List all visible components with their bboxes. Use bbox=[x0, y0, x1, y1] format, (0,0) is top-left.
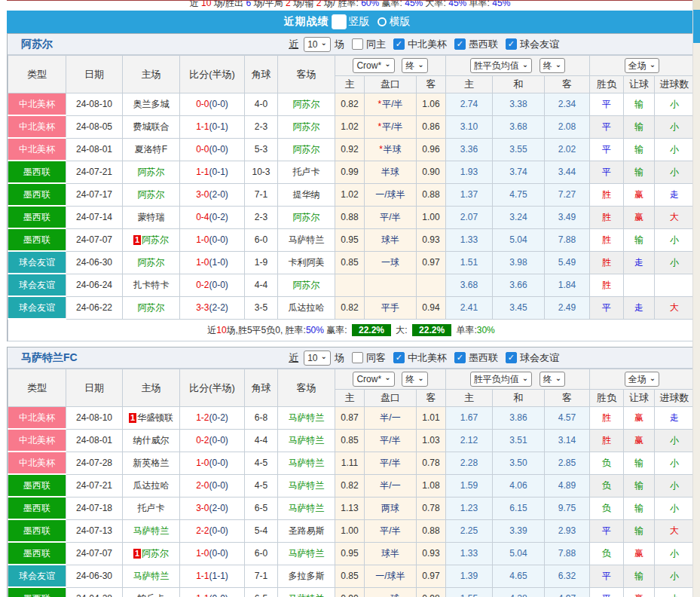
summary-segment: 60% bbox=[361, 1, 379, 8]
euro-odds-draw: 4.65 bbox=[493, 565, 545, 587]
league-checkbox-cup[interactable]: ✓ bbox=[393, 38, 405, 50]
result-outcome: 平 bbox=[590, 519, 624, 542]
handicap-text: 平/半 bbox=[382, 121, 402, 132]
home-team[interactable]: 阿苏尔 bbox=[123, 183, 180, 206]
team-name: 阿苏尔 bbox=[138, 167, 165, 177]
league-checkbox-mex[interactable]: ✓ bbox=[454, 38, 466, 50]
col-asian-home: 主 bbox=[335, 76, 365, 93]
home-team[interactable]: 1阿苏尔 bbox=[123, 228, 180, 251]
team-name: 阿苏尔 bbox=[293, 99, 320, 109]
team-name: 马萨特兰 bbox=[133, 525, 170, 536]
match-row: 中北美杯24-08-01纳什威尔0-2(0-0)4-4马萨特兰0.85平/半1.… bbox=[8, 429, 695, 452]
home-team[interactable]: 阿苏尔 bbox=[123, 251, 180, 274]
league-checkbox-friendly[interactable]: ✓ bbox=[506, 352, 517, 363]
away-team[interactable]: 马萨特兰 bbox=[278, 497, 335, 519]
horizontal-radio-label[interactable]: 横版 bbox=[390, 15, 411, 29]
away-team[interactable]: 马萨特兰 bbox=[278, 407, 335, 430]
euro-odds-away: 2.93 bbox=[545, 519, 590, 542]
fulltime-score: 1-0 bbox=[196, 458, 209, 468]
corner-score: 4-5 bbox=[245, 452, 278, 474]
home-team[interactable]: 马萨特兰 bbox=[123, 519, 180, 542]
near-link[interactable]: 近 bbox=[289, 38, 298, 51]
euro-odds-home: 1.67 bbox=[446, 407, 493, 430]
score: 1-0(0-0) bbox=[180, 452, 245, 474]
top-summary-clipped: 近 10 场/胜出 6 场/平局 2 场/输 2 场/ 胜率: 60% 赢率: … bbox=[7, 1, 693, 9]
asian-handicap: 平/半 bbox=[365, 206, 417, 228]
asian-handicap: 一球 bbox=[365, 251, 417, 274]
result-handicap: 赢 bbox=[624, 429, 655, 452]
match-row: 球会友谊24-06-24扎卡特卡0-2(0-0)4-4阿苏尔3.683.661.… bbox=[8, 274, 695, 296]
away-team[interactable]: 马萨特兰 bbox=[278, 429, 335, 452]
vertical-radio-label[interactable]: 竖版 bbox=[349, 15, 370, 29]
summary-segment: 大率: bbox=[423, 1, 448, 8]
home-team[interactable]: 1阿苏尔 bbox=[123, 542, 180, 565]
home-team: 费城联合 bbox=[123, 115, 180, 138]
bookmaker-select[interactable]: Crow*⌄ bbox=[353, 372, 394, 387]
asian-odds-away: 1.00 bbox=[417, 206, 446, 228]
bookmaker-select[interactable]: Crow*⌄ bbox=[353, 58, 394, 73]
away-team[interactable]: 阿苏尔 bbox=[278, 93, 335, 116]
match-count-select[interactable]: 10⌄ bbox=[304, 37, 331, 52]
euro-odds-away: 7.88 bbox=[545, 542, 590, 565]
team-name: 瓜达拉哈 bbox=[289, 302, 325, 313]
away-team[interactable]: 马萨特兰 bbox=[278, 452, 335, 474]
euro-odds-home: 3.10 bbox=[446, 115, 493, 138]
league-checkbox-friendly[interactable]: ✓ bbox=[506, 38, 517, 50]
fulltime-select[interactable]: 全场⌄ bbox=[625, 372, 659, 387]
same-venue-checkbox[interactable] bbox=[352, 352, 363, 363]
match-date: 24-04-28 bbox=[66, 587, 123, 597]
handicap-text: 平/半 bbox=[382, 99, 402, 109]
match-date: 24-06-24 bbox=[66, 274, 123, 296]
vertical-radio[interactable] bbox=[332, 14, 347, 29]
horizontal-radio[interactable] bbox=[378, 17, 387, 26]
result-outcome: 胜 bbox=[590, 183, 624, 206]
scrollbar[interactable] bbox=[692, 0, 700, 597]
final-select[interactable]: 终⌄ bbox=[540, 58, 565, 73]
away-team[interactable]: 马萨特兰 bbox=[278, 587, 335, 597]
match-row: 中北美杯24-08-10奥兰多城0-0(0-0)4-0阿苏尔0.82*平/半1.… bbox=[8, 93, 695, 116]
fulltime-score: 1-0 bbox=[196, 548, 209, 559]
home-team[interactable]: 阿苏尔 bbox=[123, 161, 180, 183]
league-checkbox-mex[interactable]: ✓ bbox=[454, 352, 466, 363]
col-corner: 角球 bbox=[245, 56, 278, 93]
away-team[interactable]: 马萨特兰 bbox=[278, 474, 335, 497]
handicap-text: 平/半 bbox=[380, 525, 400, 536]
final-select[interactable]: 终⌄ bbox=[402, 372, 427, 387]
col-euro-away: 客 bbox=[545, 76, 590, 93]
final-select[interactable]: 终⌄ bbox=[402, 58, 427, 73]
away-team[interactable]: 阿苏尔 bbox=[278, 206, 335, 228]
same-venue-checkbox[interactable] bbox=[352, 38, 363, 50]
euro-odds-away: 5.49 bbox=[545, 251, 590, 274]
summary-segment: 10 bbox=[201, 1, 211, 8]
league-badge: 球会友谊 bbox=[8, 274, 66, 296]
fulltime-select[interactable]: 全场⌄ bbox=[625, 58, 659, 73]
avg-select[interactable]: 胜平负均值⌄ bbox=[470, 58, 532, 73]
asian-odds-away: 0.97 bbox=[417, 565, 446, 587]
score: 2-0(0-0) bbox=[180, 474, 245, 497]
final-select[interactable]: 终⌄ bbox=[540, 372, 565, 387]
match-date: 24-08-01 bbox=[66, 429, 123, 452]
asian-odds-away: 0.93 bbox=[417, 542, 446, 565]
near-link[interactable]: 近 bbox=[289, 351, 298, 365]
match-count-select[interactable]: 10⌄ bbox=[304, 351, 331, 366]
result-handicap: 赢 bbox=[624, 183, 655, 206]
fulltime-score: 1-1 bbox=[196, 593, 209, 597]
avg-select[interactable]: 胜平负均值⌄ bbox=[470, 372, 532, 387]
asian-handicap: 平/半 bbox=[365, 429, 417, 452]
away-team[interactable]: 马萨特兰 bbox=[278, 542, 335, 565]
result-handicap: 输 bbox=[624, 452, 655, 474]
result-goals: 小 bbox=[655, 542, 695, 565]
euro-odds-away: 3.14 bbox=[545, 429, 590, 452]
scrollbar-thumb[interactable] bbox=[693, 10, 700, 43]
home-team[interactable]: 阿苏尔 bbox=[123, 296, 180, 319]
league-badge: 墨西联 bbox=[8, 474, 66, 497]
home-team[interactable]: 马萨特兰 bbox=[123, 565, 180, 587]
away-team[interactable]: 阿苏尔 bbox=[278, 138, 335, 161]
away-team[interactable]: 阿苏尔 bbox=[278, 115, 335, 138]
match-row: 中北美杯24-08-05费城联合1-1(0-1)2-3阿苏尔1.02*平/半0.… bbox=[8, 115, 695, 138]
away-team[interactable]: 阿苏尔 bbox=[278, 274, 335, 296]
col-euro-home: 主 bbox=[446, 390, 493, 407]
chevron-down-icon: ⌄ bbox=[555, 60, 561, 69]
league-checkbox-cup[interactable]: ✓ bbox=[393, 352, 405, 363]
away-team: 瓜达拉哈 bbox=[278, 296, 335, 319]
